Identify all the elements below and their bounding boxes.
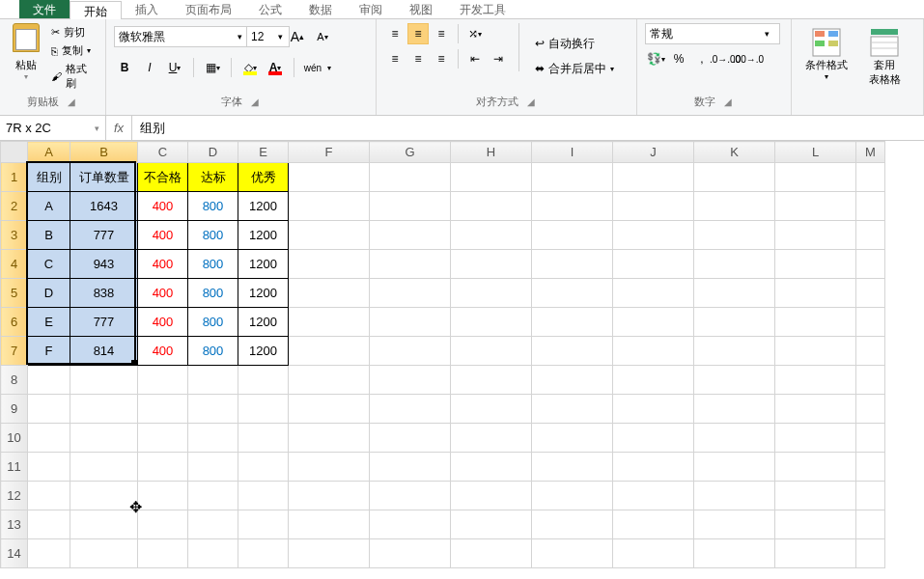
accounting-format-button[interactable]: 💱▾ [645, 48, 666, 69]
cell-E5[interactable]: 1200 [238, 279, 289, 308]
col-header-H[interactable]: H [451, 142, 532, 163]
cell-E7[interactable]: 1200 [238, 337, 289, 366]
cell-C5[interactable]: 400 [138, 279, 188, 308]
tab-formulas[interactable]: 公式 [245, 0, 295, 18]
cell-C6[interactable]: 400 [138, 308, 188, 337]
cell-B1[interactable]: 订单数量 [70, 163, 138, 192]
cell-E3[interactable]: 1200 [238, 221, 289, 250]
number-launcher[interactable]: ◢ [721, 96, 735, 109]
col-header-D[interactable]: D [188, 142, 238, 163]
increase-indent-button[interactable]: ⇥ [488, 48, 509, 69]
col-header-L[interactable]: L [775, 142, 856, 163]
col-header-I[interactable]: I [532, 142, 613, 163]
row-header-10[interactable]: 10 [1, 424, 28, 453]
cell-D6[interactable]: 800 [188, 308, 238, 337]
paste-button[interactable]: 粘贴 ▾ [8, 23, 43, 89]
number-format-select[interactable] [645, 23, 780, 44]
clipboard-launcher[interactable]: ◢ [65, 96, 78, 109]
cell-A7[interactable]: F [28, 337, 70, 366]
row-header-1[interactable]: 1 [1, 163, 28, 192]
align-bottom-button[interactable]: ≡ [431, 23, 452, 44]
align-center-button[interactable]: ≡ [407, 48, 429, 69]
fill-color-button[interactable]: ◇▾ [239, 57, 261, 78]
row-header-5[interactable]: 5 [1, 279, 28, 308]
cell-E2[interactable]: 1200 [238, 192, 289, 221]
tab-insert[interactable]: 插入 [122, 0, 172, 18]
font-color-button[interactable]: A▾ [265, 57, 286, 78]
row-header-14[interactable]: 14 [1, 539, 28, 568]
decrease-decimal-button[interactable]: .00→.0 [738, 48, 759, 69]
align-right-button[interactable]: ≡ [431, 48, 452, 69]
cell-A1[interactable]: 组别 [28, 163, 70, 192]
col-header-F[interactable]: F [289, 142, 370, 163]
alignment-launcher[interactable]: ◢ [524, 96, 538, 109]
select-all-corner[interactable] [1, 142, 28, 163]
tab-page-layout[interactable]: 页面布局 [172, 0, 245, 18]
decrease-indent-button[interactable]: ⇤ [464, 48, 486, 69]
number-format-dropdown[interactable]: ▾ [765, 29, 770, 39]
cut-button[interactable]: ✂ 剪切 [47, 23, 98, 41]
cell-D7[interactable]: 800 [188, 337, 238, 366]
paste-dropdown-arrow[interactable]: ▾ [24, 72, 28, 81]
tab-review[interactable]: 审阅 [346, 0, 396, 18]
cell-C7[interactable]: 400 [138, 337, 188, 366]
tab-file[interactable]: 文件 [19, 0, 70, 18]
row-header-8[interactable]: 8 [1, 366, 28, 395]
cell-B2[interactable]: 1643 [70, 192, 138, 221]
merge-center-button[interactable]: ⬌ 合并后居中 ▾ [529, 58, 620, 79]
italic-button[interactable]: I [139, 57, 160, 78]
row-header-7[interactable]: 7 [1, 337, 28, 366]
cell-D5[interactable]: 800 [188, 279, 238, 308]
cell-D2[interactable]: 800 [188, 192, 238, 221]
cell-B3[interactable]: 777 [70, 221, 138, 250]
tab-developer[interactable]: 开发工具 [446, 0, 519, 18]
col-header-A[interactable]: A [28, 142, 70, 163]
cell-E6[interactable]: 1200 [238, 308, 289, 337]
spreadsheet-grid[interactable]: A B C D E F G H I J K L M 1 组别 订单数量 不合格 … [0, 141, 885, 568]
cell-D4[interactable]: 800 [188, 250, 238, 279]
row-header-3[interactable]: 3 [1, 221, 28, 250]
row-header-2[interactable]: 2 [1, 192, 28, 221]
copy-button[interactable]: ⎘ 复制 ▾ [47, 41, 98, 60]
copy-dropdown-arrow[interactable]: ▾ [87, 46, 91, 55]
col-header-J[interactable]: J [613, 142, 694, 163]
bold-button[interactable]: B [114, 57, 135, 78]
row-header-9[interactable]: 9 [1, 395, 28, 424]
cell-A4[interactable]: C [28, 250, 70, 279]
row-header-6[interactable]: 6 [1, 308, 28, 337]
cell-C1[interactable]: 不合格 [138, 163, 188, 192]
col-header-B[interactable]: B [70, 142, 138, 163]
name-box-dropdown[interactable]: ▾ [95, 124, 99, 133]
cell-D3[interactable]: 800 [188, 221, 238, 250]
underline-button[interactable]: U▾ [164, 57, 185, 78]
decrease-font-button[interactable]: A▾ [312, 26, 333, 47]
orientation-button[interactable]: ⤮▾ [464, 23, 486, 44]
cell-A6[interactable]: E [28, 308, 70, 337]
tab-data[interactable]: 数据 [295, 0, 346, 18]
row-header-12[interactable]: 12 [1, 482, 28, 510]
phonetic-button[interactable]: wén [302, 57, 323, 78]
align-left-button[interactable]: ≡ [384, 48, 406, 69]
align-top-button[interactable]: ≡ [384, 23, 406, 44]
phonetic-dropdown[interactable]: ▾ [327, 64, 331, 72]
cell-C4[interactable]: 400 [138, 250, 188, 279]
borders-button[interactable]: ▦▾ [202, 57, 223, 78]
cell-A3[interactable]: B [28, 221, 70, 250]
row-header-4[interactable]: 4 [1, 250, 28, 279]
cell-B5[interactable]: 838 [70, 279, 138, 308]
col-header-M[interactable]: M [856, 142, 885, 163]
tab-view[interactable]: 视图 [396, 0, 446, 18]
cell-F1[interactable] [289, 163, 370, 192]
cell-B7[interactable]: 814 [70, 337, 138, 366]
wrap-text-button[interactable]: ↩ 自动换行 [529, 33, 620, 54]
merge-dropdown[interactable]: ▾ [610, 65, 614, 73]
col-header-G[interactable]: G [370, 142, 451, 163]
increase-font-button[interactable]: A▴ [287, 26, 308, 47]
font-name-dropdown[interactable]: ▾ [238, 32, 242, 41]
cell-B4[interactable]: 943 [70, 250, 138, 279]
cell-E1[interactable]: 优秀 [238, 163, 289, 192]
font-size-dropdown[interactable]: ▾ [278, 32, 283, 41]
col-header-E[interactable]: E [238, 142, 289, 163]
row-header-11[interactable]: 11 [1, 453, 28, 482]
cell-C2[interactable]: 400 [138, 192, 188, 221]
